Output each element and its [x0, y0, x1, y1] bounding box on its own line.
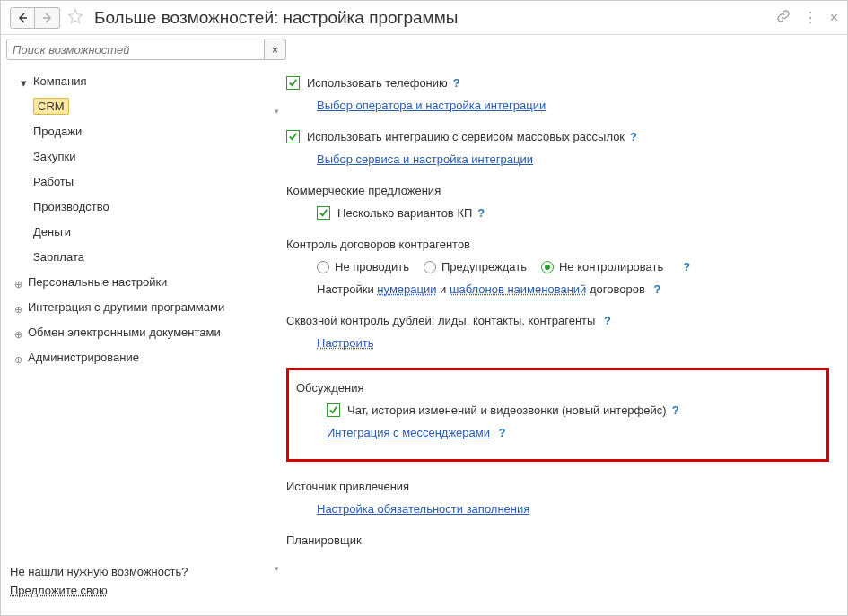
splitter-handle-icon: ▾ [275, 564, 279, 573]
expand-icon: ⊕ [14, 351, 22, 368]
messengers-link[interactable]: Интеграция с мессенджерами [327, 426, 490, 439]
content-panel: Использовать телефонию ? Выбор оператора… [279, 64, 847, 615]
help-icon[interactable]: ? [604, 314, 611, 327]
telephony-label: Использовать телефонию [307, 76, 448, 90]
contracts-settings-text: Настройки [317, 282, 377, 296]
sidebar-item-purchases[interactable]: Закупки [1, 144, 279, 169]
dupes-configure-link[interactable]: Настроить [317, 336, 374, 350]
expand-icon: ⊕ [14, 301, 22, 317]
sidebar-item-money[interactable]: Деньги [1, 220, 279, 245]
search-input[interactable] [6, 39, 265, 60]
search-clear-button[interactable]: × [265, 39, 286, 60]
radio-warn[interactable]: Предупреждать [424, 260, 527, 273]
radio-no-control[interactable]: Не контролировать [541, 260, 663, 273]
forward-button[interactable] [35, 7, 60, 29]
discussions-section-title: Обсуждения [296, 381, 819, 395]
sidebar-item-works[interactable]: Работы [1, 169, 279, 195]
discussions-label: Чат, история изменений и видеозвонки (но… [347, 403, 667, 417]
help-icon[interactable]: ? [630, 130, 637, 143]
back-button[interactable] [10, 7, 35, 29]
sidebar-item-integration[interactable]: ⊕Интеграция с другими программами [1, 295, 279, 320]
help-icon[interactable]: ? [672, 403, 679, 417]
sidebar-item-edocs[interactable]: ⊕Обмен электронными документами [1, 320, 279, 345]
templates-link[interactable]: шаблонов наименований [450, 282, 586, 296]
sidebar-item-company[interactable]: ▾Компания [1, 69, 279, 94]
favorite-icon[interactable] [67, 8, 83, 27]
discussions-checkbox[interactable] [327, 403, 340, 417]
telephony-config-link[interactable]: Выбор оператора и настройка интеграции [317, 99, 546, 112]
sidebar-item-salary[interactable]: Зарплата [1, 245, 279, 270]
header: Больше возможностей: настройка программы… [1, 1, 847, 35]
footer-question: Не нашли нужную возможность? [10, 565, 270, 578]
kp-label: Несколько вариантов КП [337, 206, 472, 220]
telephony-checkbox[interactable] [286, 76, 300, 90]
link-icon[interactable] [776, 9, 791, 26]
kp-section-title: Коммерческие предложения [286, 184, 829, 197]
sidebar-item-personal[interactable]: ⊕Персональные настройки [1, 270, 279, 295]
menu-icon[interactable]: ⋮ [803, 11, 817, 25]
source-section-title: Источник привлечения [286, 480, 829, 493]
contracts-section-title: Контроль договоров контрагентов [286, 238, 829, 251]
expand-icon: ⊕ [14, 276, 22, 292]
chevron-down-icon: ▾ [21, 75, 27, 91]
sidebar-item-production[interactable]: Производство [1, 195, 279, 220]
sidebar-item-admin[interactable]: ⊕Администрирование [1, 345, 279, 370]
sidebar-item-sales[interactable]: Продажи [1, 119, 279, 144]
planner-section-title: Планировщик [286, 534, 829, 547]
help-icon[interactable]: ? [683, 260, 690, 273]
kp-checkbox[interactable] [317, 206, 330, 220]
help-icon[interactable]: ? [653, 282, 660, 296]
search-row: × [1, 35, 847, 64]
numbering-link[interactable]: нумерации [377, 282, 436, 296]
close-icon[interactable]: × [830, 10, 838, 26]
help-icon[interactable]: ? [499, 426, 506, 439]
expand-icon: ⊕ [14, 326, 22, 343]
sidebar: ▾Компания CRM Продажи Закупки Работы Про… [1, 64, 279, 615]
mailing-config-link[interactable]: Выбор сервиса и настройка интеграции [317, 152, 533, 166]
sidebar-item-crm[interactable]: CRM [1, 94, 279, 119]
footer-suggest-link[interactable]: Предложите свою [10, 584, 108, 597]
sidebar-splitter[interactable]: ▾ ▾ [274, 64, 279, 615]
radio-no-check[interactable]: Не проводить [317, 260, 409, 273]
mailing-checkbox[interactable] [286, 130, 300, 143]
help-icon[interactable]: ? [453, 76, 460, 90]
mailing-label: Использовать интеграцию с сервисом массо… [307, 130, 625, 143]
page-title: Больше возможностей: настройка программы [94, 8, 458, 28]
discussions-highlight: Обсуждения Чат, история изменений и виде… [286, 368, 829, 462]
splitter-handle-icon: ▾ [275, 107, 279, 116]
help-icon[interactable]: ? [477, 206, 485, 220]
source-config-link[interactable]: Настройка обязательности заполнения [317, 502, 529, 516]
dupes-section-title: Сквозной контроль дублей: лиды, контакты… [286, 314, 595, 327]
